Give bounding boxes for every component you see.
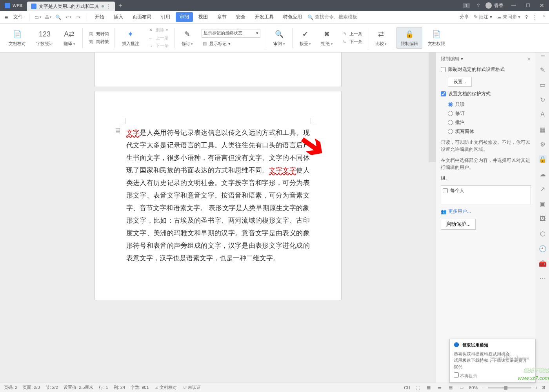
sync-status[interactable]: ☁ 未同步 ▾ (497, 14, 521, 20)
view-web-icon[interactable]: ▤ (447, 385, 454, 391)
group-list[interactable]: 每个人 (441, 185, 531, 204)
status-section[interactable]: 节: 2/2 (45, 385, 58, 390)
everyone-checkbox[interactable]: 每个人 (443, 187, 529, 194)
more-icon[interactable]: ⋮ (533, 15, 537, 20)
user-area[interactable]: 香香 (485, 2, 507, 9)
save-icon[interactable]: 🗀▾ (33, 13, 42, 22)
close-button[interactable]: ✕ (535, 2, 549, 9)
redo-icon[interactable]: ↷ (74, 13, 83, 22)
file-menu[interactable]: 文件 (11, 14, 25, 20)
zoom-in-icon[interactable]: + (535, 385, 538, 390)
more-tools-icon[interactable]: ⋯ (539, 274, 547, 282)
menu-icon[interactable]: ≡ (3, 14, 9, 20)
status-row[interactable]: 行: 1 (99, 385, 108, 390)
menu-security[interactable]: 安全 (232, 14, 249, 20)
trad-to-simp[interactable]: 繁简转繁 (88, 39, 109, 45)
view-read-icon[interactable]: ▭ (458, 385, 465, 391)
drag-handle-icon[interactable] (541, 55, 545, 56)
next-change[interactable]: ↳下一条 (342, 39, 362, 45)
radio-revise[interactable]: 修订 (448, 110, 531, 117)
vertical-scrollbar[interactable] (429, 53, 436, 383)
refresh-icon[interactable]: ↻ (539, 96, 547, 103)
pencil-icon[interactable]: ✎ (539, 66, 547, 74)
maximize-button[interactable]: ☐ (521, 3, 535, 8)
menu-section[interactable]: 章节 (213, 14, 231, 20)
protect-mode-checkbox[interactable]: 设置文档的保护方式 (441, 91, 531, 97)
status-col[interactable]: 列: 24 (114, 385, 125, 390)
select-icon[interactable]: ▭ (539, 81, 547, 89)
radio-readonly[interactable]: 只读 (448, 101, 531, 108)
translate-button[interactable]: A⇄翻译 (59, 29, 80, 47)
fit-icon[interactable]: ⊡ (542, 385, 545, 390)
more-users-link[interactable]: 👥更多用户... (441, 208, 531, 215)
menu-insert[interactable]: 插入 (110, 14, 127, 20)
delete-comment[interactable]: ✕删除 ▾ (148, 27, 169, 33)
table-icon[interactable]: ▦ (539, 125, 547, 133)
menu-devtools[interactable]: 开发工具 (251, 14, 278, 20)
status-page-no[interactable]: 页码: 2 (4, 385, 17, 390)
menu-reference[interactable]: 引用 (157, 14, 174, 20)
upload-icon[interactable]: ⇧ (471, 3, 485, 8)
history-icon[interactable]: 🕘 (539, 245, 547, 252)
restrict-style-checkbox[interactable]: 限制对选定的样式设置格式 (441, 66, 531, 73)
collapse-ribbon-icon[interactable]: ⌃ (542, 15, 546, 20)
menu-review[interactable]: 审阅 (176, 12, 193, 22)
layout-icon[interactable]: ▣ (539, 200, 547, 208)
restrict-edit-button[interactable]: 🔒限制编辑 (396, 27, 422, 49)
prev-comment[interactable]: ←上一条 (148, 35, 169, 41)
document-area[interactable]: ▤ 文字是人类用符号记录表达信息以传之久远的方式和工具。现代文字大多是记录语言的… (0, 53, 436, 383)
doc-permission-button[interactable]: 📄文档权限 (423, 29, 450, 47)
comment-button[interactable]: ✎ 批注 ▾ (474, 14, 492, 20)
toolbox-icon[interactable]: 🧰 (539, 260, 547, 267)
search-box[interactable]: 🔍 查找命令、搜索模板 (307, 14, 357, 20)
tab-menu-icon[interactable]: ⋮ (106, 4, 111, 9)
show-markup[interactable]: ▤显示标记 ▾ (202, 41, 260, 47)
panel-close-icon[interactable]: ✕ (527, 56, 531, 62)
menu-start[interactable]: 开始 (91, 14, 108, 20)
radio-form[interactable]: 填写窗体 (448, 128, 531, 135)
next-comment[interactable]: →下一条 (148, 43, 169, 49)
document-text[interactable]: 文字是人类用符号记录表达信息以传之久远的方式和工具。现代文字大多是记录语言的工具… (126, 127, 310, 265)
view-outline-icon[interactable]: ☰ (436, 385, 443, 391)
compare-button[interactable]: ⇄比较 (371, 29, 392, 47)
style-settings-button[interactable]: 设置... (448, 77, 472, 87)
view-page-icon[interactable]: ▦ (425, 385, 432, 391)
fullscreen-icon[interactable]: ⛶ (414, 385, 421, 391)
share-button[interactable]: 分享 (460, 14, 469, 20)
markup-state-select[interactable]: 显示标记的最终状态▾ (202, 29, 260, 38)
zoom-slider[interactable] (488, 387, 531, 388)
insert-comment-button[interactable]: ✦插入批注 (117, 29, 144, 47)
status-setting[interactable]: 设置值: 2.5厘米 (64, 385, 93, 390)
reject-button[interactable]: ✖拒绝 (316, 29, 338, 47)
lock-icon[interactable]: 🔒 (539, 155, 547, 163)
revise-button[interactable]: ✎修订 (177, 29, 198, 47)
zoom-out-icon[interactable]: − (482, 385, 484, 390)
accept-button[interactable]: ✔接受 (295, 29, 316, 47)
status-doc-check[interactable]: ☑ 文档校对 (155, 385, 177, 390)
status-unverified[interactable]: 🛡 未认证 (182, 385, 201, 390)
print-icon[interactable]: 🖶▾ (44, 13, 52, 22)
status-page[interactable]: 页面: 2/3 (23, 385, 40, 390)
shape-icon[interactable]: ⬡ (539, 230, 547, 238)
zoom-label[interactable]: 80% (469, 385, 478, 390)
menu-view[interactable]: 视图 (195, 14, 212, 20)
notification-badge[interactable]: 1 (463, 3, 470, 8)
radio-comment[interactable]: 批注 (448, 119, 531, 126)
simp-to-trad[interactable]: 简繁转简 (88, 31, 109, 37)
status-ime[interactable]: CH (404, 385, 410, 390)
document-tab[interactable]: 文字是人类用...的方式和工具 ⋮ (27, 2, 115, 11)
cloud-icon[interactable]: ☁ (539, 170, 547, 178)
menu-pagelayout[interactable]: 页面布局 (129, 14, 155, 20)
new-tab-button[interactable]: ＋ (115, 2, 126, 10)
undo-icon[interactable]: ↶▾ (64, 13, 73, 22)
prev-change[interactable]: ↰上一条 (342, 31, 362, 37)
image-icon[interactable]: 🖼 (539, 215, 547, 223)
doc-check-button[interactable]: 📄文档校对 (4, 29, 31, 47)
word-count-button[interactable]: 123字数统计 (31, 29, 58, 47)
export-icon[interactable]: ↗ (539, 185, 547, 193)
menu-special[interactable]: 特色应用 (279, 14, 306, 20)
help-icon[interactable]: ? (525, 15, 528, 20)
start-protect-button[interactable]: 启动保护... (441, 219, 476, 230)
minimize-button[interactable]: — (507, 3, 521, 8)
review-pane-button[interactable]: 🔍审阅 (269, 29, 290, 47)
